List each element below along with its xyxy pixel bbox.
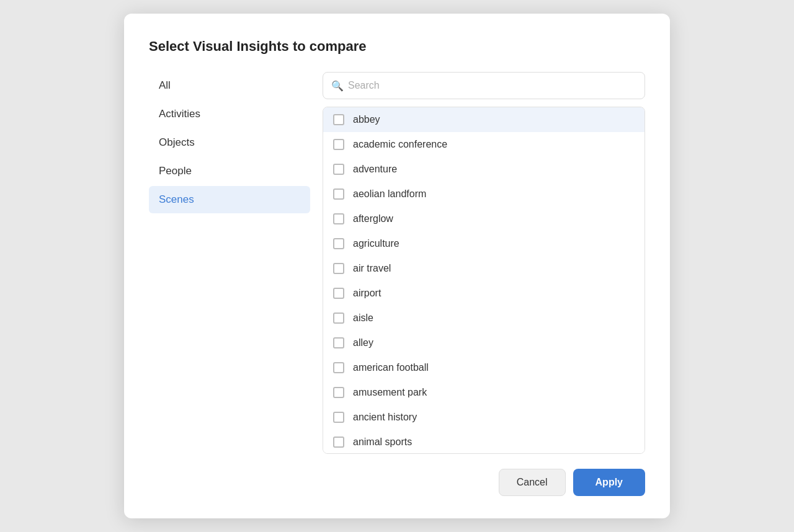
item-label-afterglow: afterglow [353, 213, 393, 224]
list-item[interactable]: alley [323, 330, 645, 355]
list-item[interactable]: adventure [323, 157, 645, 182]
checkbox-amusement-park[interactable] [333, 387, 344, 398]
item-label-american-football: american football [353, 362, 429, 373]
list-item[interactable]: air travel [323, 256, 645, 281]
list-item[interactable]: amusement park [323, 380, 645, 405]
checkbox-abbey[interactable] [333, 114, 344, 125]
list-item[interactable]: ancient history [323, 405, 645, 430]
item-label-alley: alley [353, 337, 373, 348]
list-item[interactable]: academic conference [323, 132, 645, 157]
list-item[interactable]: abbey [323, 107, 645, 132]
item-label-air-travel: air travel [353, 263, 391, 274]
item-label-amusement-park: amusement park [353, 387, 427, 398]
cancel-button[interactable]: Cancel [499, 469, 566, 496]
checkbox-afterglow[interactable] [333, 213, 344, 224]
item-label-agriculture: agriculture [353, 238, 399, 249]
footer: Cancel Apply [149, 469, 645, 496]
list-item[interactable]: airport [323, 281, 645, 306]
checkbox-air-travel[interactable] [333, 263, 344, 274]
search-input[interactable] [323, 72, 645, 99]
search-icon: 🔍 [331, 80, 344, 92]
sidebar: AllActivitiesObjectsPeopleScenes [149, 72, 323, 454]
item-label-abbey: abbey [353, 114, 380, 125]
apply-button[interactable]: Apply [573, 469, 645, 496]
list-item[interactable]: animal sports [323, 430, 645, 454]
sidebar-item-all[interactable]: All [149, 72, 310, 99]
sidebar-item-people[interactable]: People [149, 157, 310, 185]
checkbox-academic-conference[interactable] [333, 139, 344, 150]
checkbox-aeolian-landform[interactable] [333, 188, 344, 200]
item-label-aisle: aisle [353, 313, 373, 324]
item-label-airport: airport [353, 288, 381, 299]
list-item[interactable]: aeolian landform [323, 182, 645, 206]
modal-body: AllActivitiesObjectsPeopleScenes 🔍 abbey… [149, 72, 645, 454]
content-area: 🔍 abbeyacademic conferenceadventureaeoli… [323, 72, 645, 454]
checkbox-ancient-history[interactable] [333, 412, 344, 423]
list-item[interactable]: aisle [323, 306, 645, 330]
checkbox-agriculture[interactable] [333, 238, 344, 249]
item-label-animal-sports: animal sports [353, 437, 412, 448]
item-label-ancient-history: ancient history [353, 412, 417, 423]
sidebar-item-scenes[interactable]: Scenes [149, 186, 310, 213]
item-label-aeolian-landform: aeolian landform [353, 188, 426, 200]
search-container: 🔍 [323, 72, 645, 99]
checkbox-animal-sports[interactable] [333, 437, 344, 448]
list-item[interactable]: american football [323, 355, 645, 380]
checkbox-alley[interactable] [333, 337, 344, 348]
sidebar-item-objects[interactable]: Objects [149, 129, 310, 156]
item-label-academic-conference: academic conference [353, 139, 447, 150]
item-label-adventure: adventure [353, 164, 397, 175]
sidebar-item-activities[interactable]: Activities [149, 100, 310, 128]
checkbox-american-football[interactable] [333, 362, 344, 373]
items-list: abbeyacademic conferenceadventureaeolian… [323, 107, 645, 454]
list-item[interactable]: afterglow [323, 206, 645, 231]
checkbox-airport[interactable] [333, 288, 344, 299]
checkbox-aisle[interactable] [333, 313, 344, 324]
list-item[interactable]: agriculture [323, 231, 645, 256]
modal: Select Visual Insights to compare AllAct… [124, 14, 670, 518]
modal-title: Select Visual Insights to compare [149, 38, 645, 55]
checkbox-adventure[interactable] [333, 164, 344, 175]
